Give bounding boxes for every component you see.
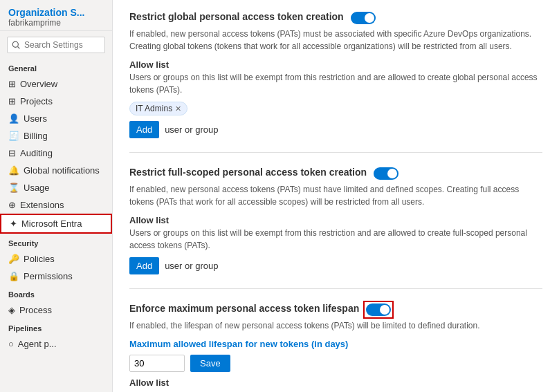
toggle-thumb-3: [380, 305, 390, 315]
sidebar-item-label: Usage: [24, 183, 50, 193]
sidebar-item-label: Projects: [20, 96, 53, 106]
sidebar-item-label: Users: [24, 113, 47, 124]
add-button-2[interactable]: Add: [129, 257, 159, 274]
svg-line-1: [18, 46, 20, 48]
search-input[interactable]: [24, 40, 100, 50]
sidebar-item-label: Overview: [20, 79, 57, 89]
sidebar-item-label: Auditing: [20, 148, 53, 158]
allow-list-label-1: Allow list: [129, 59, 542, 70]
sidebar: Organization S... fabrikamprime General …: [0, 0, 113, 392]
sidebar-item-permissions[interactable]: 🔒 Permissions: [0, 268, 112, 285]
user-or-group-text-1: user or group: [165, 124, 218, 135]
enforce-max-toggle-row: Enforce maximum personal access token li…: [129, 303, 542, 317]
sidebar-item-process[interactable]: ◈ Process: [0, 301, 112, 319]
toggle-track-2: [374, 167, 398, 180]
sidebar-item-global-notifications[interactable]: 🔔 Global notifications: [0, 162, 112, 179]
restrict-global-pat-section: Restrict global personal access token cr…: [129, 11, 542, 153]
sidebar-item-label: Process: [19, 305, 52, 315]
enforce-max-title: Enforce maximum personal access token li…: [129, 303, 359, 314]
billing-icon: 🧾: [8, 131, 19, 141]
allow-list-desc-1: Users or groups on this list will be exe…: [129, 71, 542, 96]
tag-row-1: IT Admins ✕: [129, 102, 542, 115]
it-admins-tag[interactable]: IT Admins ✕: [129, 102, 187, 115]
process-icon: ◈: [8, 305, 15, 315]
sidebar-item-label: Agent p...: [18, 339, 57, 349]
lifespan-input[interactable]: [129, 355, 185, 372]
allow-list-desc-3: Users or groups on this list will be exe…: [129, 389, 542, 392]
toggle-thumb-2: [387, 169, 397, 178]
sidebar-item-label: Policies: [24, 254, 55, 264]
sidebar-item-overview[interactable]: ⊞ Overview: [0, 75, 112, 93]
restrict-full-scoped-pat-section: Restrict full-scoped personal access tok…: [129, 167, 542, 289]
restrict-global-pat-toggle-row: Restrict global personal access token cr…: [129, 11, 542, 25]
save-button-label: Save: [200, 358, 221, 368]
section-general-label: General: [0, 59, 112, 75]
search-icon: [12, 41, 21, 50]
sidebar-item-policies[interactable]: 🔑 Policies: [0, 250, 112, 268]
svg-point-0: [12, 41, 18, 47]
section-security-label: Security: [0, 234, 112, 250]
restrict-global-pat-title: Restrict global personal access token cr…: [129, 11, 344, 22]
restrict-full-scoped-toggle-row: Restrict full-scoped personal access tok…: [129, 167, 542, 180]
search-container[interactable]: [7, 37, 105, 53]
enforce-max-lifespan-toggle[interactable]: [366, 304, 391, 316]
section-boards-label: Boards: [0, 285, 112, 301]
policies-icon: 🔑: [8, 254, 19, 264]
sidebar-item-billing[interactable]: 🧾 Billing: [0, 127, 112, 144]
overview-icon: ⊞: [8, 79, 16, 89]
permissions-icon: 🔒: [8, 271, 19, 281]
sidebar-item-usage[interactable]: ⌛ Usage: [0, 179, 112, 196]
sidebar-item-projects[interactable]: ⊞ Projects: [0, 93, 112, 110]
add-row-1: Add user or group: [129, 121, 542, 138]
extensions-icon: ⊕: [8, 200, 16, 210]
toggle-track: [351, 12, 376, 24]
restrict-full-scoped-desc: If enabled, new personal access tokens (…: [129, 183, 542, 208]
lifespan-label: Maximum allowed lifespan for new tokens …: [129, 339, 542, 349]
enforce-max-desc: If enabled, the lifespan of new personal…: [129, 319, 542, 332]
restrict-global-pat-desc: If enabled, new personal access tokens (…: [129, 28, 542, 53]
usage-icon: ⌛: [8, 183, 19, 193]
restrict-full-scoped-toggle[interactable]: [374, 167, 398, 180]
tag-remove-icon[interactable]: ✕: [175, 104, 181, 113]
sidebar-item-label: Extensions: [20, 200, 64, 210]
restrict-global-pat-toggle[interactable]: [351, 12, 376, 24]
entra-icon: ✦: [10, 218, 17, 229]
users-icon: 👤: [8, 113, 19, 124]
toggle-track-3: [366, 304, 391, 316]
org-header: Organization S... fabrikamprime: [0, 0, 112, 31]
sidebar-item-users[interactable]: 👤 Users: [0, 110, 112, 127]
projects-icon: ⊞: [8, 96, 16, 106]
sidebar-item-label: Permissions: [24, 271, 73, 281]
restrict-full-scoped-title: Restrict full-scoped personal access tok…: [129, 167, 367, 178]
user-or-group-text-2: user or group: [165, 261, 218, 271]
lifespan-row: Save: [129, 355, 542, 372]
section-pipelines-label: Pipelines: [0, 319, 112, 335]
save-button[interactable]: Save: [190, 355, 230, 372]
notifications-icon: 🔔: [8, 165, 19, 176]
add-button-label-2: Add: [136, 261, 152, 271]
sidebar-item-extensions[interactable]: ⊕ Extensions: [0, 196, 112, 214]
sidebar-item-label: Microsoft Entra: [21, 218, 82, 229]
toggle-thumb: [365, 13, 374, 23]
tag-label: IT Admins: [136, 104, 172, 113]
main-content: Restrict global personal access token cr…: [113, 0, 559, 392]
enforce-max-lifespan-section: Enforce maximum personal access token li…: [129, 303, 542, 392]
org-name: Organization S...: [8, 7, 104, 18]
agent-icon: ○: [8, 339, 14, 349]
sidebar-item-auditing[interactable]: ⊟ Auditing: [0, 144, 112, 162]
allow-list-label-2: Allow list: [129, 215, 542, 225]
allow-list-desc-2: Users or groups on this list will be exe…: [129, 227, 542, 252]
sidebar-item-label: Billing: [24, 131, 48, 141]
add-button-label-1: Add: [136, 124, 152, 135]
sidebar-item-label: Global notifications: [24, 165, 100, 176]
allow-list-label-3: Allow list: [129, 377, 542, 388]
auditing-icon: ⊟: [8, 148, 16, 158]
org-sub: fabrikamprime: [8, 18, 104, 28]
add-button-1[interactable]: Add: [129, 121, 159, 138]
sidebar-item-microsoft-entra[interactable]: ✦ Microsoft Entra: [0, 214, 112, 234]
sidebar-item-agent-pools[interactable]: ○ Agent p...: [0, 335, 112, 353]
add-row-2: Add user or group: [129, 257, 542, 274]
